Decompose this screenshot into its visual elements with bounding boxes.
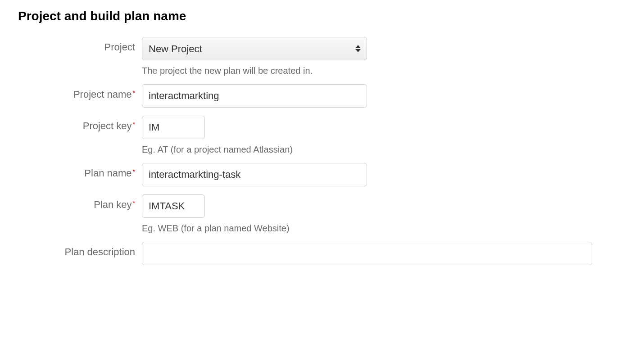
plan-description-row: Plan description bbox=[18, 242, 626, 265]
plan-name-row: Plan name* bbox=[18, 163, 626, 186]
project-key-label: Project key bbox=[83, 120, 132, 131]
project-key-row: Project key* Eg. AT (for a project named… bbox=[18, 116, 626, 155]
plan-key-label: Plan key bbox=[94, 199, 132, 210]
project-key-help-text: Eg. AT (for a project named Atlassian) bbox=[142, 144, 592, 155]
project-name-label: Project name bbox=[73, 89, 132, 100]
required-asterisk-icon: * bbox=[133, 168, 135, 175]
project-label: Project bbox=[104, 41, 135, 53]
required-asterisk-icon: * bbox=[133, 89, 135, 96]
project-row: Project New Project The project the new … bbox=[18, 37, 626, 76]
plan-key-help-text: Eg. WEB (for a plan named Website) bbox=[142, 223, 592, 234]
plan-key-row: Plan key* Eg. WEB (for a plan named Webs… bbox=[18, 194, 626, 234]
required-asterisk-icon: * bbox=[133, 121, 135, 128]
form-title: Project and build plan name bbox=[18, 9, 626, 23]
plan-name-input[interactable] bbox=[142, 163, 367, 186]
project-name-row: Project name* bbox=[18, 84, 626, 108]
plan-key-input[interactable] bbox=[142, 194, 205, 218]
project-select[interactable]: New Project bbox=[142, 37, 367, 60]
project-help-text: The project the new plan will be created… bbox=[142, 66, 592, 76]
required-asterisk-icon: * bbox=[133, 199, 135, 207]
plan-name-label: Plan name bbox=[84, 167, 132, 179]
plan-description-label: Plan description bbox=[64, 246, 135, 257]
project-name-input[interactable] bbox=[142, 84, 367, 108]
plan-description-input[interactable] bbox=[142, 242, 592, 265]
project-key-input[interactable] bbox=[142, 116, 205, 139]
